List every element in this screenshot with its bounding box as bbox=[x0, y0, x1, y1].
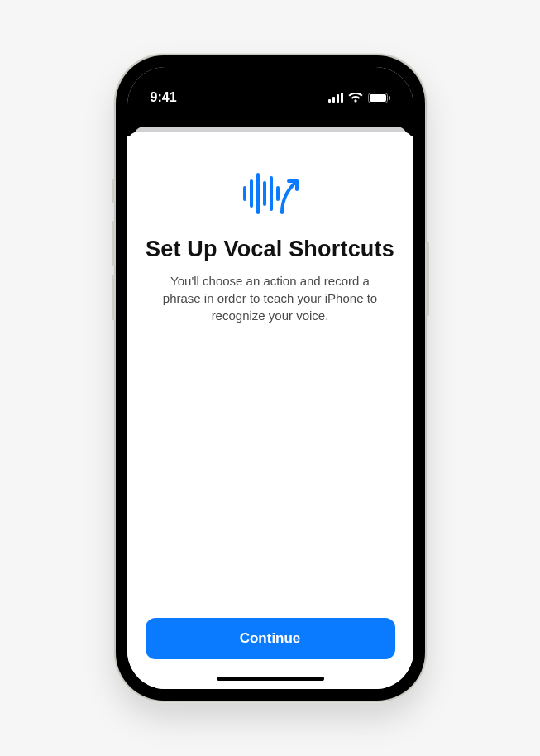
setup-sheet: Set Up Vocal Shortcuts You'll choose an … bbox=[127, 132, 413, 689]
battery-icon bbox=[368, 93, 390, 103]
home-indicator[interactable] bbox=[217, 677, 324, 681]
svg-rect-3 bbox=[341, 93, 343, 103]
svg-rect-6 bbox=[389, 96, 390, 100]
hero-section: Set Up Vocal Shortcuts You'll choose an … bbox=[146, 155, 395, 324]
svg-rect-1 bbox=[332, 97, 335, 103]
volume-up-button bbox=[112, 221, 116, 266]
continue-button[interactable]: Continue bbox=[146, 618, 395, 659]
volume-down-button bbox=[112, 275, 116, 320]
svg-rect-5 bbox=[370, 94, 386, 102]
wifi-icon bbox=[348, 93, 363, 103]
vocal-shortcuts-icon bbox=[241, 170, 300, 221]
spacer bbox=[146, 324, 395, 618]
status-indicators bbox=[328, 93, 390, 103]
status-time: 9:41 bbox=[151, 90, 177, 105]
svg-rect-0 bbox=[328, 99, 331, 103]
cellular-signal-icon bbox=[328, 93, 343, 103]
iphone-device-frame: 9:41 bbox=[116, 55, 425, 701]
mute-switch bbox=[112, 179, 116, 203]
page-title: Set Up Vocal Shortcuts bbox=[146, 236, 394, 262]
page-subtitle: You'll choose an action and record a phr… bbox=[152, 272, 389, 324]
side-button bbox=[425, 242, 429, 316]
screen: 9:41 bbox=[127, 67, 413, 689]
svg-rect-2 bbox=[337, 94, 339, 103]
dynamic-island bbox=[225, 80, 316, 107]
